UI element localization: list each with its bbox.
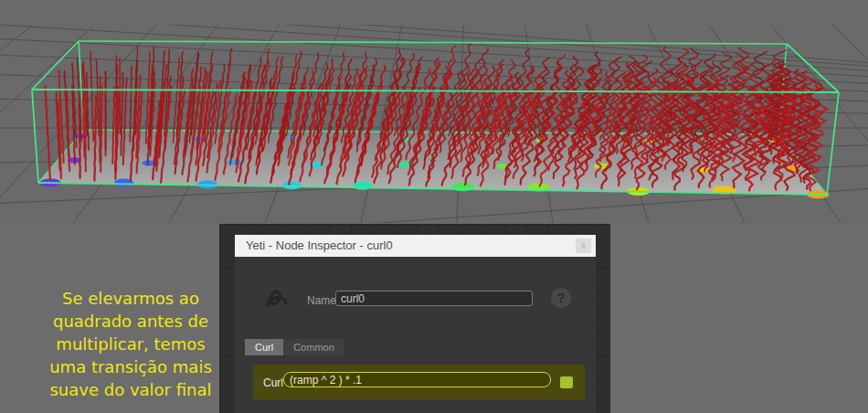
help-button[interactable]: ?: [551, 288, 571, 308]
name-input[interactable]: [335, 291, 533, 306]
curl-parameter-label: Curl: [263, 376, 283, 389]
expression-color-swatch[interactable]: [560, 376, 573, 388]
name-label: Name: [307, 294, 336, 307]
curl-expression-input[interactable]: [283, 372, 551, 387]
application-window: Se elevarmos ao quadrado antes de multip…: [0, 0, 868, 413]
dialog-titlebar[interactable]: Yeti - Node Inspector - curl0 x: [235, 235, 596, 257]
node-inspector-dialog: Yeti - Node Inspector - curl0 x Name ? C…: [235, 235, 596, 413]
tab-common[interactable]: Common: [283, 339, 344, 355]
curl-parameter-row: Curl: [253, 365, 585, 400]
close-icon[interactable]: x: [576, 238, 591, 253]
curl-node-icon: [265, 286, 289, 310]
tab-curl[interactable]: Curl: [245, 339, 283, 355]
tab-bar: Curl Common: [245, 339, 344, 355]
3d-viewport[interactable]: [0, 0, 868, 224]
dialog-title: Yeti - Node Inspector - curl0: [246, 235, 393, 257]
annotation-text: Se elevarmos ao quadrado antes de multip…: [35, 287, 227, 401]
